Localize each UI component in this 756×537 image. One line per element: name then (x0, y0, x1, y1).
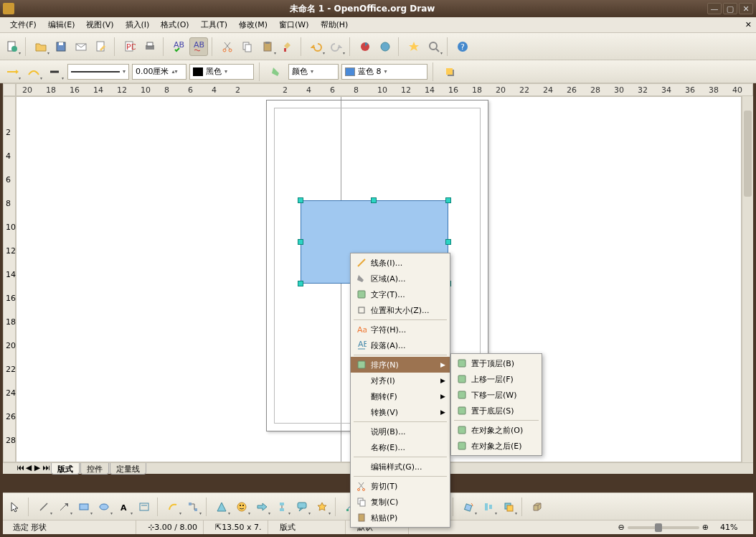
menu-item[interactable]: 位置和大小(Z)... (351, 302, 450, 318)
extrusion-tool[interactable] (528, 498, 547, 516)
menu-item[interactable]: 说明(B)... (351, 424, 450, 439)
hyperlink-button[interactable] (376, 37, 394, 56)
arrow-style-button[interactable]: ▾ (3, 62, 22, 81)
menu-item[interactable]: 排序(N)▶ (351, 357, 450, 373)
connector-tool[interactable]: ▾ (184, 498, 202, 516)
save-button[interactable] (52, 37, 70, 56)
menu-item[interactable]: 转换(V)▶ (351, 404, 450, 420)
handle-n[interactable] (371, 197, 377, 203)
vertical-scrollbar[interactable] (742, 96, 753, 462)
email-button[interactable] (72, 37, 90, 56)
handle-nw[interactable] (298, 197, 303, 203)
help-button[interactable]: ? (453, 37, 472, 56)
zoom-button[interactable]: ▾ (425, 37, 443, 56)
menu-item[interactable]: 置于底层(S) (451, 403, 542, 419)
ruler-horizontal[interactable]: 2018161412108642246810121416182022242628… (16, 83, 753, 96)
textbox-tool[interactable] (135, 498, 153, 516)
zoom-slider[interactable]: ⊖ ⊕ (618, 523, 709, 532)
pointer-tool[interactable] (6, 498, 24, 516)
curve-tool[interactable]: ▾ (164, 498, 182, 516)
symbol-shapes-tool[interactable]: ▾ (232, 498, 251, 516)
chart-button[interactable] (356, 37, 374, 56)
stars-tool[interactable]: ▾ (313, 498, 331, 516)
menu-item[interactable]: 复制(C) (351, 494, 450, 510)
navigator-button[interactable] (405, 37, 423, 56)
menu-modify[interactable]: 修改(M) (233, 18, 273, 32)
menubar-close-doc[interactable]: ✕ (745, 20, 752, 29)
format-paintbrush-button[interactable] (278, 37, 297, 56)
block-arrows-tool[interactable]: ▾ (252, 498, 271, 516)
menu-item[interactable]: 翻转(F)▶ (351, 388, 450, 404)
zoom-in-icon[interactable]: ⊕ (702, 523, 709, 532)
shadow-button[interactable] (440, 62, 459, 81)
tab-nav-prev[interactable]: ◀ (24, 463, 33, 475)
menu-help[interactable]: 帮助(H) (315, 18, 354, 32)
menu-view[interactable]: 视图(V) (80, 18, 119, 32)
flowchart-tool[interactable]: ▾ (273, 498, 291, 516)
undo-button[interactable]: ▾ (307, 37, 326, 56)
handle-sw[interactable] (298, 281, 303, 286)
menu-item[interactable]: ABC段落(A)... (351, 337, 450, 353)
tab-dimensionlines[interactable]: 定量线 (110, 463, 146, 475)
redo-button[interactable]: ▾ (327, 37, 346, 56)
menu-format[interactable]: 格式(O) (155, 18, 194, 32)
menu-item[interactable]: Aa字符(H)... (351, 322, 450, 337)
menu-item[interactable]: 文字(T)... (351, 286, 450, 302)
line-color-combo[interactable]: 黑色▾ (189, 64, 254, 80)
menu-item[interactable]: 在对象之前(O) (451, 422, 542, 438)
autospell-button[interactable]: ABC (189, 37, 208, 56)
cut-button[interactable] (218, 37, 237, 56)
tab-layout[interactable]: 版式 (51, 463, 80, 475)
handle-e[interactable] (445, 239, 451, 245)
menu-tools[interactable]: 工具(T) (195, 18, 233, 32)
text-tool[interactable]: A▾ (115, 498, 133, 516)
status-zoom[interactable]: 41% (714, 520, 749, 534)
basic-shapes-tool[interactable]: ▾ (212, 498, 231, 516)
close-button[interactable]: ✕ (739, 3, 753, 14)
spellcheck-button[interactable]: ABC (169, 37, 188, 56)
align-tool[interactable]: ▾ (479, 498, 498, 516)
menu-item[interactable]: 置于顶层(B) (451, 355, 542, 371)
tab-controls[interactable]: 控件 (80, 463, 109, 475)
menu-item[interactable]: 在对象之后(E) (451, 438, 542, 454)
print-button[interactable] (141, 37, 159, 56)
tab-nav-first[interactable]: ⏮ (16, 463, 24, 475)
area-button[interactable] (267, 62, 285, 81)
menu-item[interactable]: 上移一层(F) (451, 371, 542, 387)
paste-button[interactable]: ▾ (258, 37, 277, 56)
export-pdf-button[interactable]: PDF (121, 37, 139, 56)
new-button[interactable]: ▾ (3, 37, 22, 56)
callouts-tool[interactable]: ▾ (293, 498, 311, 516)
line-style-combo[interactable]: ▾ (67, 64, 129, 80)
handle-ne[interactable] (445, 197, 451, 203)
menu-item[interactable]: 区域(A)... (351, 271, 450, 286)
menu-item[interactable]: 名称(E)... (351, 439, 450, 455)
menu-item[interactable]: 编辑样式(G)... (351, 459, 450, 475)
line-cap-button[interactable]: ▾ (46, 62, 65, 81)
tab-nav-last[interactable]: ⏭ (42, 463, 50, 475)
curve-button[interactable]: ▾ (24, 62, 43, 81)
menu-item[interactable]: 下移一层(W) (451, 387, 542, 403)
menu-insert[interactable]: 插入(I) (120, 18, 156, 32)
fill-color-combo[interactable]: 蓝色 8▾ (341, 64, 427, 80)
menu-edit[interactable]: 编辑(E) (42, 18, 81, 32)
handle-w[interactable] (298, 239, 303, 245)
menu-item[interactable]: 粘贴(P) (351, 510, 450, 526)
arrow-tool[interactable]: ▾ (55, 498, 73, 516)
line-tool[interactable]: ▾ (34, 498, 53, 516)
line-width-field[interactable]: 0.00厘米▴▾ (132, 64, 186, 80)
ruler-vertical[interactable]: 246810121416182022242628 (3, 96, 16, 462)
fill-type-combo[interactable]: 颜色▾ (288, 64, 339, 80)
zoom-out-icon[interactable]: ⊖ (618, 523, 625, 532)
ellipse-tool[interactable]: ▾ (95, 498, 113, 516)
rectangle-tool[interactable]: ▾ (75, 498, 93, 516)
menu-item[interactable]: 线条(I)... (351, 255, 450, 271)
arrange-tool[interactable]: ▾ (499, 498, 518, 516)
tab-nav-next[interactable]: ▶ (33, 463, 42, 475)
menu-window[interactable]: 窗口(W) (273, 18, 314, 32)
maximize-button[interactable]: ▢ (723, 3, 737, 14)
open-button[interactable]: ▾ (32, 37, 50, 56)
menu-item[interactable]: 剪切(T) (351, 478, 450, 494)
rotate-tool[interactable]: ▾ (459, 498, 478, 516)
minimize-button[interactable]: — (707, 3, 722, 14)
